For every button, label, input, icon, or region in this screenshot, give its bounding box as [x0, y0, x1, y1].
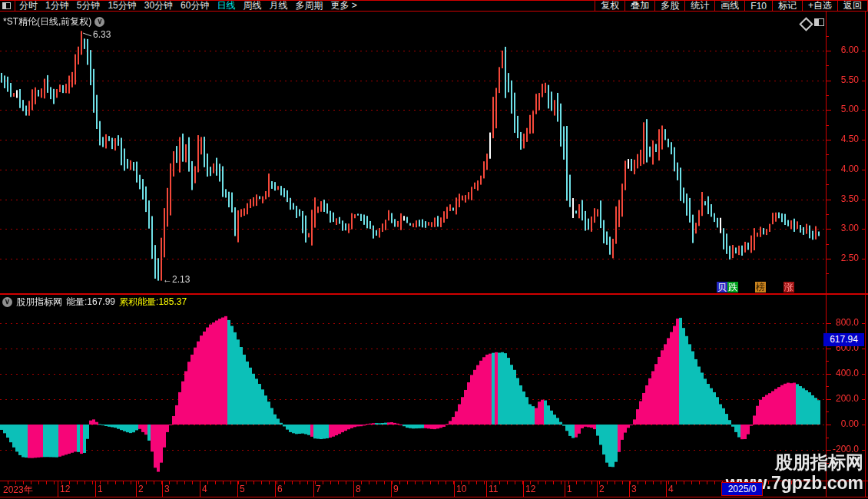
action-button-多股[interactable]: 多股 [654, 1, 684, 11]
action-button-画线[interactable]: 画线 [714, 1, 744, 11]
indicator-axis-label: 200.0 [822, 393, 859, 404]
toolbar: 分时1分钟5分钟15分钟30分钟60分钟日线周线月线多周期更多 > 复权叠加多股… [0, 0, 868, 12]
low-annotation: ←2.13 [163, 274, 190, 285]
month-label: 4 [668, 484, 674, 494]
month-label: 3 [631, 484, 637, 494]
stock-app-window: 分时1分钟5分钟15分钟30分钟60分钟日线周线月线多周期更多 > 复权叠加多股… [0, 0, 868, 499]
price-axis-label: 5.00 [822, 104, 859, 114]
period-tab-多周期[interactable]: 多周期 [291, 0, 326, 12]
badge-跌[interactable]: 跌 [727, 282, 738, 292]
badge-贝[interactable]: 贝 [717, 282, 727, 292]
chart-canvas[interactable] [0, 0, 868, 499]
period-tab-周线[interactable]: 周线 [239, 0, 265, 12]
main-chart-title-row: *ST精伦(日线,前复权) ∨ [3, 15, 104, 28]
month-label: 5 [240, 484, 245, 494]
month-label: 11 [489, 484, 498, 494]
indicator-axis-label: 800.0 [822, 317, 859, 328]
badge-榜[interactable]: 榜 [755, 282, 766, 292]
chevron-down-icon[interactable]: ∨ [2, 297, 12, 307]
month-label: 12 [60, 484, 70, 494]
indicator-name[interactable]: 股朋指标网 [16, 296, 62, 309]
action-buttons: 复权叠加多股统计画线F10标记+自选返回 [595, 1, 868, 11]
action-button-返回[interactable]: 返回 [837, 1, 868, 11]
action-button-标记[interactable]: 标记 [772, 1, 802, 11]
split-panel-icon [2, 2, 11, 9]
period-tab-30分钟[interactable]: 30分钟 [141, 0, 177, 12]
indicator-header: ∨ 股朋指标网 能量:167.99 累积能量:185.37 [2, 296, 187, 309]
month-label: 12 [525, 484, 535, 494]
price-axis-label: 2.50 [822, 253, 859, 263]
period-tab-更多 >[interactable]: 更多 > [326, 0, 360, 12]
action-button-统计[interactable]: 统计 [684, 1, 714, 11]
watermark-line1: 股朋指标网 [726, 452, 863, 473]
month-label: 1 [567, 484, 572, 494]
period-tab-月线[interactable]: 月线 [265, 0, 291, 12]
left-arrow-icon: ← [163, 274, 172, 285]
date-value-badge: 2025/0 [721, 482, 763, 496]
month-label: 2 [599, 484, 605, 494]
cumulative-energy-label: 累积能量:185.37 [119, 296, 187, 309]
month-label: 1 [98, 484, 103, 494]
price-axis-label: 6.00 [822, 45, 859, 55]
year-label: 2023年 [3, 484, 33, 497]
panel-toggle-button[interactable] [0, 1, 15, 11]
month-label: 9 [393, 484, 399, 494]
action-button-叠加[interactable]: 叠加 [624, 1, 654, 11]
energy-label: 能量:167.99 [66, 296, 115, 309]
action-button-+自选[interactable]: +自选 [802, 1, 837, 11]
price-axis-label: 5.50 [822, 74, 859, 85]
period-tab-1分钟[interactable]: 1分钟 [41, 0, 73, 12]
price-axis-label: 3.50 [822, 193, 859, 204]
month-label: 7 [316, 484, 321, 494]
month-label: 4 [202, 484, 207, 494]
period-tab-日线[interactable]: 日线 [213, 0, 239, 12]
price-axis-label: 3.00 [822, 223, 859, 233]
indicator-axis-label: 400.0 [822, 368, 859, 378]
action-button-F10[interactable]: F10 [744, 1, 772, 11]
period-tab-5分钟[interactable]: 5分钟 [73, 0, 104, 12]
month-label: 10 [456, 484, 466, 494]
period-tabs: 分时1分钟5分钟15分钟30分钟60分钟日线周线月线多周期更多 > [15, 1, 361, 11]
page-title: *ST精伦(日线,前复权) [3, 15, 91, 28]
month-label: 6 [277, 484, 283, 494]
high-annotation: 6.33 [93, 29, 111, 40]
action-button-复权[interactable]: 复权 [595, 1, 624, 11]
indicator-axis-label: 0.00 [822, 418, 859, 429]
split-panel-icon[interactable] [814, 18, 824, 26]
period-tab-15分钟[interactable]: 15分钟 [104, 0, 140, 12]
month-label: 3 [164, 484, 170, 494]
price-axis-label: 4.00 [822, 164, 859, 174]
chevron-down-icon[interactable]: ∨ [94, 17, 104, 27]
period-tab-分时[interactable]: 分时 [15, 0, 41, 12]
period-tab-60分钟[interactable]: 60分钟 [177, 0, 213, 12]
indicator-value-badge: 617.94 [823, 333, 864, 346]
badge-涨[interactable]: 涨 [784, 282, 794, 292]
month-label: 8 [356, 484, 361, 494]
price-axis-label: 4.50 [822, 134, 859, 144]
month-label: 2 [138, 484, 144, 494]
